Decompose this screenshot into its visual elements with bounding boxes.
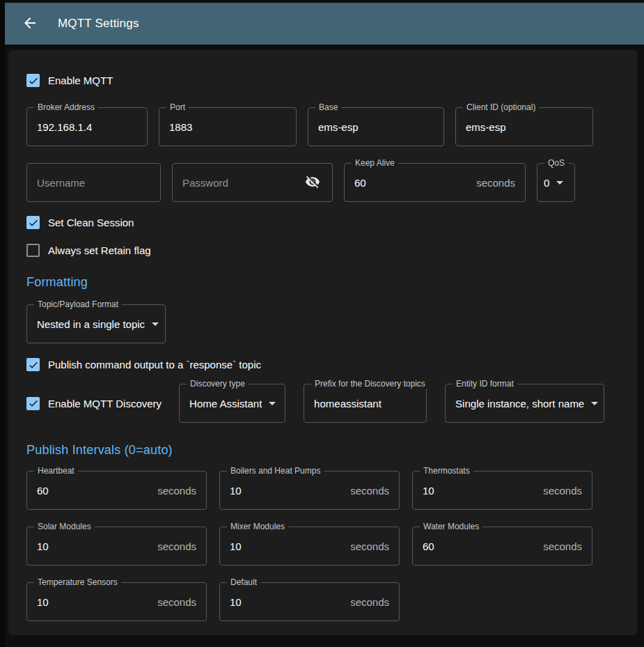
heartbeat-unit: seconds: [157, 485, 196, 497]
toggle-password-visibility-button[interactable]: [303, 173, 322, 192]
entity-id-format-select[interactable]: Entity ID format Single instance, short …: [445, 384, 604, 423]
client-id-value: ems-esp: [466, 121, 506, 133]
solar-unit: seconds: [157, 540, 196, 552]
back-button[interactable]: [17, 11, 42, 36]
port-label: Port: [166, 102, 189, 112]
water-interval-field[interactable]: Water Modules 60 seconds: [412, 527, 592, 566]
dropdown-caret-icon: [556, 181, 563, 185]
visibility-off-icon: [305, 174, 320, 192]
check-icon: [28, 75, 39, 86]
password-field[interactable]: Password: [172, 163, 333, 202]
clean-session-row: Set Clean Session: [26, 216, 620, 229]
discovery-prefix-field[interactable]: Prefix for the Discovery topics homeassi…: [304, 384, 427, 423]
mixer-value: 10: [230, 540, 242, 552]
dropdown-caret-icon: [269, 402, 276, 405]
dropdown-caret-icon: [591, 402, 598, 405]
temperature-sensors-interval-field[interactable]: Temperature Sensors 10 seconds: [26, 582, 207, 621]
username-field[interactable]: Username: [26, 163, 161, 202]
port-value: 1883: [169, 121, 192, 133]
default-value: 10: [230, 596, 242, 608]
water-label: Water Modules: [420, 522, 482, 531]
username-placeholder: Username: [37, 177, 85, 189]
keep-alive-label: Keep Alive: [352, 158, 398, 168]
thermostats-label: Thermostats: [420, 466, 473, 476]
boilers-interval-field[interactable]: Boilers and Heat Pumps 10 seconds: [219, 471, 400, 510]
topic-format-value: Nested in a single topic: [37, 318, 145, 330]
default-unit: seconds: [350, 596, 389, 608]
qos-select[interactable]: QoS 0: [537, 163, 575, 202]
publish-response-row: Publish command output to a `response` t…: [26, 358, 620, 371]
port-field[interactable]: Port 1883: [159, 107, 297, 146]
retain-flag-checkbox[interactable]: [26, 244, 40, 257]
mixer-unit: seconds: [350, 540, 389, 552]
retain-flag-label: Always set Retain flag: [48, 244, 151, 256]
qos-label: QoS: [544, 158, 568, 168]
broker-address-label: Broker Address: [34, 102, 98, 112]
boilers-unit: seconds: [350, 485, 389, 497]
auth-fields-row: Username Password Keep Alive 60 seconds …: [26, 163, 620, 202]
app-bar: MQTT Settings: [5, 3, 644, 45]
water-value: 60: [423, 540, 434, 552]
enable-mqtt-checkbox[interactable]: [26, 74, 40, 87]
mqtt-discovery-label: Enable MQTT Discovery: [48, 398, 162, 410]
solar-value: 10: [37, 540, 49, 552]
page-title: MQTT Settings: [58, 17, 139, 31]
heartbeat-interval-field[interactable]: Heartbeat 60 seconds: [26, 471, 207, 510]
mqtt-discovery-checkbox[interactable]: [26, 397, 40, 410]
heartbeat-value: 60: [37, 485, 49, 497]
check-icon: [28, 217, 39, 228]
thermostats-unit: seconds: [543, 485, 582, 497]
broker-fields-row: Broker Address 192.168.1.4 Port 1883 Bas…: [26, 107, 620, 146]
publish-intervals-grid: Heartbeat 60 seconds Boilers and Heat Pu…: [26, 471, 620, 621]
publish-response-label: Publish command output to a `response` t…: [48, 359, 261, 371]
password-placeholder: Password: [182, 177, 228, 189]
solar-interval-field[interactable]: Solar Modules 10 seconds: [26, 527, 207, 566]
enable-mqtt-label: Enable MQTT: [48, 75, 113, 86]
clean-session-checkbox[interactable]: [26, 216, 40, 229]
default-label: Default: [227, 577, 260, 587]
temperature-sensors-value: 10: [37, 596, 49, 608]
mixer-interval-field[interactable]: Mixer Modules 10 seconds: [219, 527, 400, 566]
keep-alive-unit: seconds: [476, 177, 515, 189]
mqtt-discovery-row: Enable MQTT Discovery Discovery type Hom…: [26, 384, 620, 423]
entity-id-format-label: Entity ID format: [453, 379, 517, 389]
discovery-type-select[interactable]: Discovery type Home Assistant: [179, 384, 285, 423]
publish-intervals-heading: Publish Intervals (0=auto): [26, 443, 620, 458]
arrow-back-icon: [22, 15, 38, 33]
base-field[interactable]: Base ems-esp: [308, 107, 444, 146]
base-label: Base: [315, 102, 341, 112]
discovery-type-value: Home Assistant: [189, 398, 262, 410]
mixer-label: Mixer Modules: [227, 522, 288, 531]
publish-response-checkbox[interactable]: [26, 358, 40, 371]
qos-value: 0: [544, 177, 549, 189]
entity-id-format-value: Single instance, short name: [455, 398, 584, 410]
thermostats-value: 10: [423, 485, 434, 497]
formatting-heading: Formatting: [26, 275, 620, 290]
topic-format-select[interactable]: Topic/Payload Format Nested in a single …: [26, 304, 166, 343]
topic-format-row: Topic/Payload Format Nested in a single …: [26, 304, 620, 343]
broker-address-field[interactable]: Broker Address 192.168.1.4: [26, 107, 148, 146]
heartbeat-label: Heartbeat: [34, 466, 78, 476]
default-interval-field[interactable]: Default 10 seconds: [219, 582, 400, 621]
broker-address-value: 192.168.1.4: [37, 121, 92, 133]
temperature-sensors-label: Temperature Sensors: [34, 577, 121, 587]
boilers-value: 10: [230, 485, 242, 497]
check-icon: [28, 359, 39, 371]
boilers-label: Boilers and Heat Pumps: [227, 466, 324, 476]
settings-card: Enable MQTT Broker Address 192.168.1.4 P…: [8, 50, 638, 635]
topic-format-label: Topic/Payload Format: [34, 299, 122, 309]
discovery-prefix-value: homeassistant: [314, 398, 382, 410]
solar-label: Solar Modules: [34, 522, 95, 531]
thermostats-interval-field[interactable]: Thermostats 10 seconds: [412, 471, 592, 510]
retain-flag-row: Always set Retain flag: [26, 244, 620, 257]
water-unit: seconds: [543, 540, 582, 552]
clean-session-label: Set Clean Session: [48, 217, 134, 228]
check-icon: [28, 398, 39, 409]
base-value: ems-esp: [318, 121, 359, 133]
client-id-field[interactable]: Client ID (optional) ems-esp: [455, 107, 593, 146]
discovery-type-label: Discovery type: [187, 379, 249, 389]
keep-alive-value: 60: [354, 177, 366, 189]
temperature-sensors-unit: seconds: [157, 596, 196, 608]
client-id-label: Client ID (optional): [463, 102, 539, 112]
keep-alive-field[interactable]: Keep Alive 60 seconds: [344, 163, 526, 202]
